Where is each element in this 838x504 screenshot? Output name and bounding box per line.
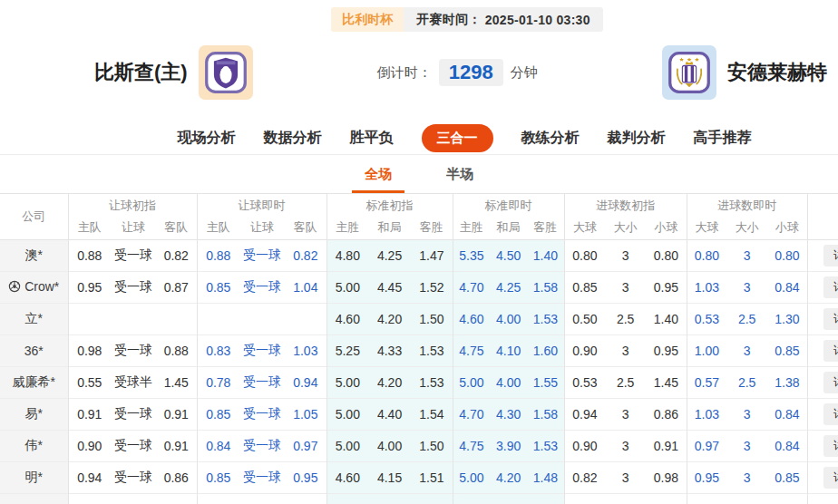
odds-cell[interactable]: 3 bbox=[726, 398, 767, 430]
odds-cell[interactable]: 0.97 bbox=[285, 430, 326, 461]
odds-cell[interactable]: 1.03 bbox=[687, 398, 726, 430]
odds-cell[interactable] bbox=[687, 493, 726, 504]
odds-cell[interactable]: 0.84 bbox=[767, 430, 807, 461]
odds-cell[interactable]: 0.84 bbox=[197, 430, 239, 461]
odds-cell[interactable]: 1.55 bbox=[527, 366, 564, 398]
odds-cell[interactable]: 受一球 bbox=[239, 334, 285, 366]
odds-cell: 0.90 bbox=[564, 430, 605, 461]
odds-cell[interactable] bbox=[527, 493, 564, 504]
odds-cell[interactable] bbox=[490, 493, 527, 504]
odds-cell[interactable] bbox=[726, 493, 767, 504]
odds-cell[interactable]: 1.03 bbox=[687, 271, 726, 303]
subtab-half-match[interactable]: 半场 bbox=[434, 155, 486, 193]
odds-cell[interactable]: 3 bbox=[726, 334, 767, 366]
odds-cell[interactable] bbox=[285, 303, 326, 334]
odds-cell[interactable]: 4.50 bbox=[490, 239, 527, 271]
odds-cell[interactable]: 0.95 bbox=[687, 461, 726, 493]
odds-cell[interactable]: 0.53 bbox=[687, 303, 726, 334]
nav-tab-expert-picks[interactable]: 高手推荐 bbox=[694, 129, 752, 148]
odds-cell[interactable]: 0.85 bbox=[767, 334, 807, 366]
odds-cell[interactable] bbox=[767, 493, 807, 504]
odds-cell[interactable]: 0.85 bbox=[197, 398, 239, 430]
odds-cell[interactable]: 5.00 bbox=[453, 461, 490, 493]
nav-tab-data-analysis[interactable]: 数据分析 bbox=[264, 129, 322, 148]
odds-cell[interactable]: 1.58 bbox=[527, 271, 564, 303]
odds-cell[interactable]: 1.04 bbox=[285, 271, 326, 303]
detail-button[interactable]: 详 bbox=[823, 372, 838, 393]
odds-cell[interactable]: 1.40 bbox=[527, 239, 564, 271]
odds-cell[interactable]: 0.80 bbox=[687, 239, 726, 271]
odds-cell[interactable]: 0.85 bbox=[197, 271, 239, 303]
odds-cell[interactable]: 3.90 bbox=[490, 430, 527, 461]
odds-cell[interactable]: 3 bbox=[726, 239, 767, 271]
nav-tab-win-draw-lose[interactable]: 胜平负 bbox=[350, 129, 394, 148]
detail-button[interactable]: 详 bbox=[823, 467, 838, 489]
odds-cell[interactable]: 受一球 bbox=[239, 398, 285, 430]
odds-cell[interactable]: 1.00 bbox=[687, 334, 726, 366]
odds-cell[interactable]: 3 bbox=[726, 430, 767, 461]
odds-cell[interactable] bbox=[285, 493, 326, 504]
odds-cell[interactable]: 0.84 bbox=[767, 398, 807, 430]
league-badge[interactable]: 比利时杯 bbox=[331, 7, 404, 32]
odds-cell[interactable]: 3 bbox=[726, 271, 767, 303]
odds-cell[interactable]: 4.10 bbox=[490, 334, 527, 366]
odds-cell[interactable]: 4.00 bbox=[490, 366, 527, 398]
odds-cell[interactable] bbox=[239, 493, 285, 504]
subtab-full-match[interactable]: 全场 bbox=[352, 155, 404, 193]
odds-cell[interactable]: 1.05 bbox=[285, 398, 326, 430]
nav-tab-coach-analysis[interactable]: 教练分析 bbox=[521, 129, 580, 148]
odds-cell[interactable]: 4.30 bbox=[490, 398, 527, 430]
odds-cell[interactable]: 3 bbox=[726, 461, 767, 493]
odds-cell[interactable]: 受一球 bbox=[239, 366, 285, 398]
odds-cell[interactable]: 1.53 bbox=[527, 430, 564, 461]
odds-cell[interactable]: 1.58 bbox=[527, 398, 564, 430]
odds-cell[interactable] bbox=[239, 303, 285, 334]
odds-cell[interactable]: 4.75 bbox=[453, 334, 490, 366]
odds-cell[interactable]: 0.83 bbox=[197, 334, 239, 366]
odds-cell[interactable]: 0.84 bbox=[767, 271, 807, 303]
odds-cell[interactable] bbox=[197, 303, 239, 334]
detail-button[interactable]: 详 bbox=[823, 340, 838, 362]
odds-cell[interactable]: 4.20 bbox=[490, 461, 527, 493]
odds-cell[interactable]: 4.60 bbox=[453, 303, 490, 334]
odds-cell[interactable]: 0.97 bbox=[687, 430, 726, 461]
odds-cell[interactable]: 1.30 bbox=[767, 303, 807, 334]
nav-tab-live-analysis[interactable]: 现场分析 bbox=[178, 129, 236, 148]
odds-cell[interactable]: 4.25 bbox=[490, 271, 527, 303]
odds-cell[interactable]: 2.5 bbox=[726, 366, 767, 398]
odds-cell[interactable]: 1.53 bbox=[527, 303, 564, 334]
odds-cell[interactable]: 1.60 bbox=[527, 334, 564, 366]
odds-cell[interactable]: 0.95 bbox=[285, 461, 326, 493]
detail-button[interactable]: 详 bbox=[823, 435, 838, 457]
odds-cell[interactable]: 0.78 bbox=[197, 366, 239, 398]
odds-cell[interactable]: 4.70 bbox=[453, 398, 490, 430]
detail-button[interactable]: 详 bbox=[823, 308, 838, 330]
odds-cell[interactable]: 5.00 bbox=[453, 366, 490, 398]
odds-cell[interactable]: 0.94 bbox=[285, 366, 326, 398]
odds-cell[interactable]: 0.85 bbox=[767, 461, 807, 493]
odds-cell[interactable] bbox=[453, 493, 490, 504]
odds-cell[interactable]: 受一球 bbox=[239, 461, 285, 493]
odds-cell[interactable]: 4.70 bbox=[453, 271, 490, 303]
nav-tab-referee-analysis[interactable]: 裁判分析 bbox=[608, 129, 666, 148]
odds-cell[interactable]: 5.35 bbox=[453, 239, 490, 271]
detail-button[interactable]: 详 bbox=[823, 276, 838, 298]
odds-cell[interactable]: 0.85 bbox=[197, 461, 239, 493]
odds-cell[interactable]: 4.75 bbox=[453, 430, 490, 461]
odds-cell[interactable] bbox=[197, 493, 239, 504]
detail-button[interactable]: 详 bbox=[823, 403, 838, 425]
odds-cell[interactable]: 0.80 bbox=[767, 239, 807, 271]
odds-cell[interactable]: 1.38 bbox=[767, 366, 807, 398]
odds-cell[interactable]: 受一球 bbox=[239, 239, 285, 271]
odds-cell[interactable]: 1.48 bbox=[527, 461, 564, 493]
odds-cell[interactable]: 受一球 bbox=[239, 271, 285, 303]
detail-button[interactable]: 详 bbox=[823, 245, 838, 267]
odds-cell[interactable]: 1.03 bbox=[285, 334, 326, 366]
odds-cell[interactable]: 0.82 bbox=[285, 239, 326, 271]
odds-cell[interactable]: 0.57 bbox=[687, 366, 726, 398]
odds-cell[interactable]: 0.88 bbox=[197, 239, 239, 271]
odds-cell[interactable]: 2.5 bbox=[726, 303, 767, 334]
odds-cell[interactable]: 4.00 bbox=[490, 303, 527, 334]
odds-cell[interactable]: 受一球 bbox=[239, 430, 285, 461]
nav-tab-three-in-one[interactable]: 三合一 bbox=[422, 124, 493, 152]
